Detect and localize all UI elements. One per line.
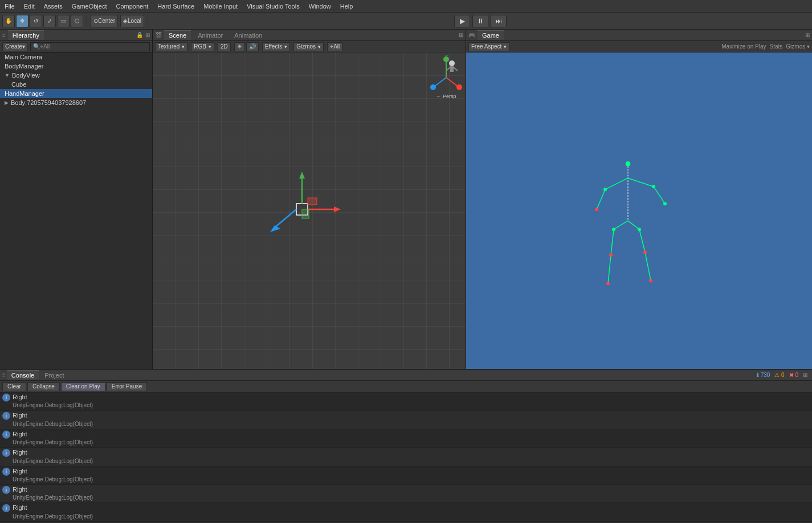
menu-edit[interactable]: Edit (19, 2, 39, 11)
hierarchy-item-cube[interactable]: Cube (0, 80, 152, 89)
hierarchy-item-body-view[interactable]: ▼ BodyView (0, 71, 152, 80)
center-button[interactable]: ⊙ Center (91, 15, 118, 27)
svg-line-11 (446, 67, 450, 71)
svg-point-27 (603, 188, 607, 191)
rgb-dropdown[interactable]: RGB (191, 42, 214, 51)
hierarchy-maximize[interactable]: ⊞ (145, 32, 150, 38)
console-maximize[interactable]: ⊞ (803, 372, 807, 378)
log-entry[interactable]: i Right UnityEngine.Debug:Log(Object) (0, 429, 812, 448)
hierarchy-label: Body:72057594037928607 (11, 99, 86, 106)
log-sub: UnityEngine.Debug:Log(Object) (13, 402, 93, 410)
hierarchy-item-body-manager[interactable]: BodyManager (0, 62, 152, 71)
log-entry[interactable]: i Right UnityEngine.Debug:Log(Object) (0, 411, 812, 429)
rect-tool[interactable]: ▭ (57, 15, 70, 27)
log-entry[interactable]: i Right UnityEngine.Debug:Log(Object) (0, 448, 812, 466)
log-entry[interactable]: i Right UnityEngine.Debug:Log(Object) (0, 503, 812, 521)
game-maximize[interactable]: ⊞ (805, 32, 810, 38)
clear-on-play-button[interactable]: Clear on Play (61, 382, 105, 391)
error-pause-button[interactable]: Error Pause (107, 382, 147, 391)
create-label: Create (5, 43, 22, 50)
svg-point-22 (626, 161, 630, 166)
hierarchy-search[interactable]: 🔍 ⌖All (30, 42, 150, 51)
hierarchy-lock[interactable]: 🔒 (136, 32, 143, 38)
menu-assets[interactable]: Assets (39, 2, 67, 11)
svg-line-29 (654, 187, 665, 204)
collapse-button[interactable]: Collapse (27, 382, 60, 391)
menu-file[interactable]: File (0, 2, 19, 11)
menu-mobile-input[interactable]: Mobile Input (199, 2, 242, 11)
log-main: Right (13, 485, 93, 494)
hierarchy-tab[interactable]: Hierarchy (8, 30, 44, 40)
scale-tool[interactable]: ⤢ (43, 15, 56, 27)
svg-text:Y: Y (445, 55, 448, 59)
hand-tool[interactable]: ✋ (2, 15, 15, 27)
scene-maximize[interactable]: ⊞ (459, 32, 463, 38)
local-button[interactable]: ◈ Local (120, 15, 144, 27)
audio-icon[interactable]: 🔊 (246, 42, 259, 51)
game-panel: 🎮 Game ⊞ Free Aspect Maximize on Play St… (466, 30, 812, 369)
info-count-label: 730 (761, 372, 770, 378)
scene-search[interactable]: ⌖All (327, 42, 342, 51)
sun-icon[interactable]: ☀ (234, 42, 245, 51)
menu-visual-studio-tools[interactable]: Visual Studio Tools (242, 2, 304, 11)
hierarchy-label: BodyView (12, 72, 40, 79)
step-button[interactable]: ⏭ (491, 15, 507, 27)
triangle-icon: ▼ (5, 72, 10, 78)
warn-count-label: 0 (781, 372, 785, 378)
hierarchy-item-main-camera[interactable]: Main Camera (0, 52, 152, 62)
log-main: Right (13, 448, 93, 457)
svg-line-42 (645, 252, 651, 281)
menu-hard-surface[interactable]: Hard Surface (153, 2, 199, 11)
twod-label: 2D (221, 43, 228, 50)
log-entry[interactable]: i Right UnityEngine.Debug:Log(Object) (0, 392, 812, 411)
menu-component[interactable]: Component (111, 2, 153, 11)
hierarchy-panel: ≡ Hierarchy 🔒 ⊞ Create ▾ 🔍 ⌖All Main Cam… (0, 30, 153, 369)
menu-gameobject[interactable]: GameObject (67, 2, 112, 11)
game-gizmos-dropdown[interactable]: Gizmos ▾ (786, 43, 810, 50)
stats-label[interactable]: Stats (770, 43, 783, 50)
effects-dropdown[interactable]: Effects (262, 42, 290, 51)
scene-game-panels: 🎬 Scene Animator Animation ⊞ Textured RG… (153, 30, 812, 369)
maximize-on-play-label[interactable]: Maximize on Play (721, 43, 766, 50)
scene-tab[interactable]: Scene (164, 30, 191, 40)
scene-light-controls: ☀ 🔊 (234, 42, 259, 51)
log-text: Right UnityEngine.Debug:Log(Object) (13, 485, 93, 502)
textured-dropdown[interactable]: Textured (155, 42, 187, 51)
svg-point-28 (595, 208, 598, 211)
gizmos-dropdown[interactable]: Gizmos (293, 42, 324, 51)
play-button[interactable]: ▶ (454, 15, 470, 27)
multi-tool[interactable]: ⬡ (71, 15, 83, 27)
rotate-tool[interactable]: ↺ (30, 15, 42, 27)
search-icon: 🔍 (33, 43, 40, 50)
menu-window[interactable]: Window (304, 2, 336, 11)
animation-tab[interactable]: Animation (230, 31, 267, 40)
info-icon: ℹ (757, 372, 759, 378)
log-entry[interactable]: i Right UnityEngine.Debug:Log(Object) (0, 467, 812, 485)
game-viewport[interactable] (466, 52, 812, 369)
menu-help[interactable]: Help (336, 2, 358, 11)
pause-button[interactable]: ⏸ (472, 15, 488, 27)
hierarchy-item-hand-manager[interactable]: HandManager (0, 89, 152, 98)
game-tab[interactable]: Game (478, 30, 504, 40)
move-tool[interactable]: ✥ (16, 15, 28, 27)
clear-button[interactable]: Clear (2, 382, 26, 391)
hierarchy-item-body[interactable]: ▶ Body:72057594037928607 (0, 98, 152, 107)
scene-viewport[interactable]: Y X Z (153, 52, 466, 369)
toolbar: ✋ ✥ ↺ ⤢ ▭ ⬡ ⊙ Center ◈ Local ▶ ⏸ ⏭ (0, 13, 812, 30)
triangle-icon: ▶ (5, 100, 9, 106)
twod-toggle[interactable]: 2D (218, 42, 231, 51)
animator-tab[interactable]: Animator (193, 31, 227, 40)
log-text: Right UnityEngine.Debug:Log(Object) (13, 467, 93, 484)
log-info-icon: i (2, 431, 10, 439)
project-tab[interactable]: Project (40, 371, 68, 380)
free-aspect-dropdown[interactable]: Free Aspect (468, 42, 509, 51)
log-entry[interactable]: i Right UnityEngine.Debug:Log(Object) (0, 485, 812, 503)
create-button[interactable]: Create ▾ (2, 42, 28, 51)
scene-panel-icon: 🎬 (155, 32, 162, 38)
hierarchy-label: Cube (11, 81, 26, 88)
log-main: Right (13, 430, 93, 439)
gizmo-svg: Y X Z (429, 55, 463, 95)
error-count: ✖ 0 (789, 372, 798, 378)
console-tab[interactable]: Console (7, 370, 39, 380)
scene-panel: 🎬 Scene Animator Animation ⊞ Textured RG… (153, 30, 466, 369)
